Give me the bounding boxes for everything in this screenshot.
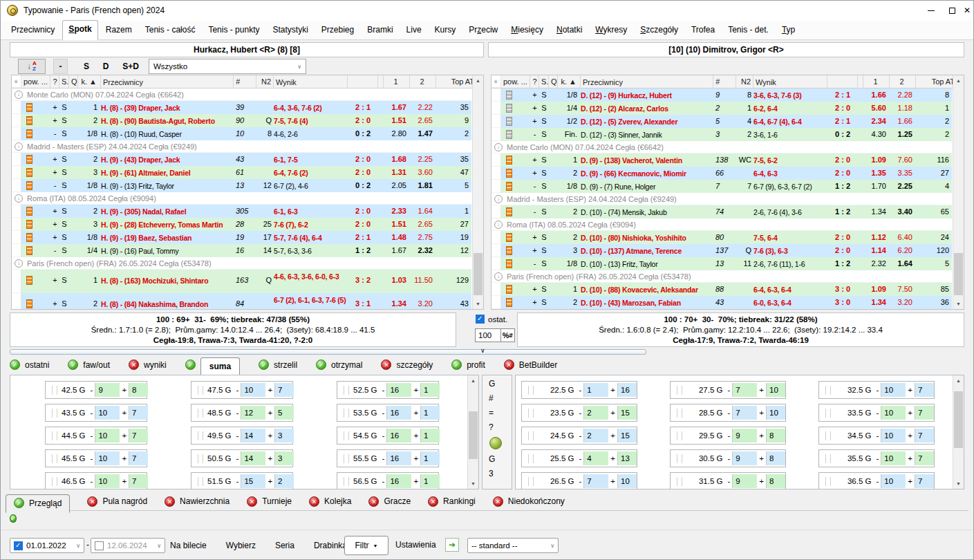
filter-tab-strzelil[interactable]: ✓strzelil <box>259 360 297 370</box>
tournament-group-row[interactable]: ↓Roma (ITA) 08.05.2024 Cegła (€9094) <box>491 218 952 231</box>
menu-tab-bramki[interactable]: Bramki <box>362 21 398 39</box>
column-header-13[interactable]: 2 <box>410 75 436 88</box>
tournament-group-row[interactable]: ↓Monte Carlo (MON) 07.04.2024 Cegła (€66… <box>491 141 952 153</box>
collapse-group-icon[interactable]: ↓ <box>15 91 23 99</box>
goal-line-row[interactable]: 53.5 G-16+1 <box>337 404 439 422</box>
sample-size-input[interactable]: 100 <box>475 328 501 342</box>
check-icon[interactable]: ✓ <box>185 360 196 370</box>
column-header-0[interactable]: ✳ <box>491 75 501 88</box>
date-to-checkbox[interactable] <box>95 541 104 550</box>
scroll-down-arrow[interactable]: ▼ <box>953 478 964 489</box>
bottom-tab-turnieje[interactable]: ✕Turnieje <box>247 496 292 507</box>
scroll-down-arrow[interactable]: ▼ <box>953 299 964 309</box>
match-row[interactable]: +S2H. (9) - (43) Draper, Jack436-1, 7-52… <box>12 153 471 166</box>
filter-tab-betbuilder[interactable]: ✕BetBuilder <box>504 360 557 370</box>
menu-tab-miesi-cy[interactable]: Miesięcy <box>505 21 549 39</box>
column-header-2[interactable]: ? <box>50 75 59 88</box>
menu-tab-przebieg[interactable]: Przebieg <box>316 21 359 39</box>
menu-tab-trofea[interactable]: Trofea <box>686 21 720 39</box>
scroll-thumb[interactable] <box>474 253 483 295</box>
column-header-12[interactable]: 1 <box>384 75 410 88</box>
match-row[interactable]: +S2D. (10) - (43) Marozsan, Fabian436-0,… <box>491 296 952 309</box>
column-header-10[interactable] <box>827 75 858 88</box>
column-header-3[interactable]: S. <box>539 75 549 88</box>
singles-doubles-toggle[interactable]: S+D <box>118 59 144 74</box>
scroll-thumb[interactable] <box>954 253 963 295</box>
column-header-8[interactable]: N2 <box>736 75 753 88</box>
preset-dropdown[interactable]: -- standard -- ∨ <box>467 538 559 553</box>
column-header-4[interactable]: Q <box>69 75 78 88</box>
date-to-dropdown[interactable]: 12.06.2024 ∨ <box>91 538 165 553</box>
goal-line-row[interactable]: 50.5 G-14+3 <box>191 449 293 467</box>
settings-button[interactable]: Ustawienia <box>395 540 436 550</box>
vertical-scrollbar[interactable]: ▲▼ <box>953 75 964 309</box>
goal-line-row[interactable]: 33.5 G-10+7 <box>818 404 935 422</box>
maximize-button[interactable] <box>942 0 962 21</box>
match-row[interactable]: -S2D. (10) - (74) Mensik, Jakub742-6, 7-… <box>491 205 952 218</box>
doubles-toggle[interactable]: D <box>98 59 113 74</box>
collapse-group-icon[interactable]: ↓ <box>494 272 503 281</box>
goal-line-row[interactable]: 23.5 G-2+15 <box>521 404 637 422</box>
scroll-up-arrow[interactable]: ▲ <box>953 375 964 386</box>
goal-line-row[interactable]: 28.5 G-7+10 <box>670 404 786 422</box>
goal-line-row[interactable]: 35.5 G-10+7 <box>818 449 935 467</box>
bottom-tab-kolejka[interactable]: ✕Kolejka <box>309 496 351 507</box>
match-row[interactable]: +S1H. (8) - (39) Draper, Jack396-4, 3-6,… <box>12 101 471 114</box>
goal-line-row[interactable]: 46.5 G-10+7 <box>45 472 147 489</box>
close-button[interactable]: ✕ <box>961 0 973 21</box>
goal-line-row[interactable]: 30.5 G-9+8 <box>670 449 786 467</box>
goal-line-row[interactable]: 51.5 G-15+2 <box>191 472 293 489</box>
match-row[interactable]: -SFin.D. (12) - (3) Sinner, Jannik323-6,… <box>491 128 952 141</box>
menu-tab-tenis-ca-o-[interactable]: Tenis - całość <box>140 21 201 39</box>
column-header-9[interactable]: Wynik <box>274 75 348 88</box>
goal-line-row[interactable]: 34.5 G-10+7 <box>818 427 935 445</box>
x-icon[interactable]: ✕ <box>381 360 391 370</box>
collapse-group-icon[interactable]: ↓ <box>15 259 23 268</box>
goal-line-row[interactable]: 32.5 G-10+7 <box>818 381 935 399</box>
match-row[interactable]: +S3D. (10) - (137) Atmane, Terence137Q7-… <box>491 244 952 257</box>
match-row[interactable]: +S2H. (9) - (305) Nadal, Rafael3056-1, 6… <box>12 205 471 218</box>
collapse-group-icon[interactable]: ↓ <box>15 142 23 151</box>
date-from-dropdown[interactable]: 01.01.2022 ∨ <box>10 538 84 553</box>
goal-line-row[interactable]: 47.5 G-10+7 <box>191 381 293 399</box>
goal-line-row[interactable]: 49.5 G-14+3 <box>191 427 293 445</box>
goal-line-row[interactable]: 48.5 G-12+5 <box>191 404 293 422</box>
filter-tab-szczeg-y[interactable]: ✕szczegóły <box>381 360 433 370</box>
column-header-11[interactable] <box>378 75 384 88</box>
column-header-6[interactable]: Przeciwnicy <box>581 75 713 88</box>
menu-tab-przeciw[interactable]: Przeciw <box>463 21 503 39</box>
menu-tab-razem[interactable]: Razem <box>100 21 138 39</box>
column-header-1[interactable]: pow. ... <box>21 75 50 88</box>
column-header-1[interactable]: pow. ... <box>501 75 530 88</box>
scroll-up-arrow[interactable]: ▲ <box>953 75 964 86</box>
column-header-13[interactable]: 2 <box>890 75 916 88</box>
toolbar-button-wybierz[interactable]: Wybierz <box>226 541 256 550</box>
tournament-group-row[interactable]: ↓Monte Carlo (MON) 07.04.2024 Cegła (€66… <box>12 88 471 101</box>
match-row[interactable]: +S1/4D. (12) - (2) Alcaraz, Carlos216-2,… <box>491 102 952 115</box>
tournament-group-row[interactable]: ↓Madrid - Masters (ESP) 24.04.2024 Cegła… <box>491 193 952 205</box>
column-header-8[interactable]: N2 <box>256 75 274 88</box>
filter-tab-ostatni[interactable]: ✓ostatni <box>10 360 49 370</box>
match-row[interactable]: +S1/8H. (9) - (19) Baez, Sebastian19175-… <box>12 231 471 244</box>
collapse-group-icon[interactable]: ↓ <box>494 143 503 151</box>
match-row[interactable]: +S1/8D. (12) - (9) Hurkacz, Hubert983-6,… <box>491 88 952 102</box>
menu-tab-notatki[interactable]: Notatki <box>551 21 588 39</box>
apply-button[interactable]: ➔ <box>445 538 459 552</box>
filter-tab-wyniki[interactable]: ✕wyniki <box>129 360 167 370</box>
goal-line-row[interactable]: 43.5 G-10+7 <box>45 404 147 422</box>
goal-line-row[interactable]: 54.5 G-16+1 <box>337 427 439 445</box>
column-header-4[interactable]: Q <box>549 75 558 88</box>
menu-tab-szczeg-y[interactable]: Szczegóły <box>635 21 684 39</box>
column-header-12[interactable]: 1 <box>863 75 890 88</box>
match-filter-dropdown[interactable]: Wszystko ∨ <box>149 59 306 74</box>
horizontal-splitter[interactable]: ∨ <box>10 349 646 355</box>
x-icon[interactable]: ✕ <box>504 360 514 370</box>
match-row[interactable]: +S2H. (8) - (84) Nakashima, Brandon846-7… <box>12 293 471 309</box>
singles-toggle[interactable]: S <box>79 59 94 74</box>
column-header-5[interactable]: k. ▲ <box>78 75 101 88</box>
goal-line-row[interactable]: 45.5 G-10+7 <box>45 449 147 467</box>
filter-tab-suma[interactable]: ✓suma <box>185 357 240 373</box>
scroll-down-arrow[interactable]: ▼ <box>473 299 483 309</box>
goal-line-row[interactable]: 42.5 G-9+8 <box>45 381 147 399</box>
scroll-down-arrow[interactable]: ▼ <box>468 478 478 489</box>
